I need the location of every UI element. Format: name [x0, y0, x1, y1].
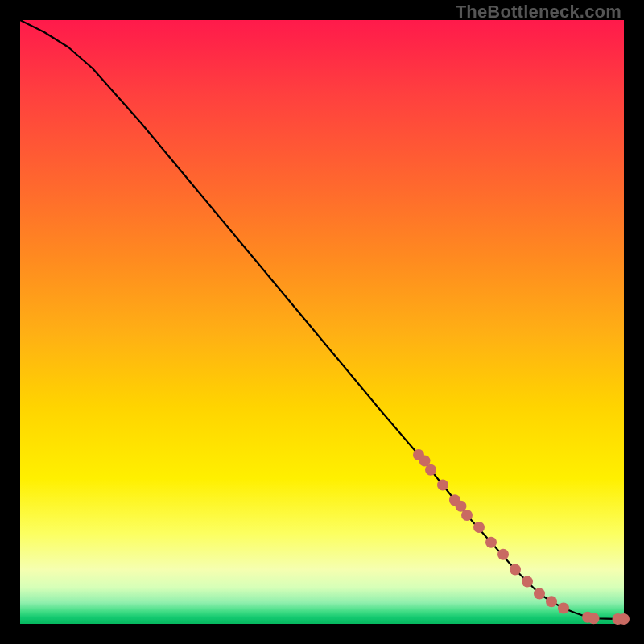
highlighted-point [497, 549, 509, 560]
highlighted-point [473, 522, 485, 533]
highlighted-points-group [413, 449, 630, 625]
highlighted-point [546, 596, 557, 607]
highlighted-point [522, 576, 533, 588]
highlighted-point [437, 480, 448, 491]
chart-svg [20, 20, 624, 624]
highlighted-point [588, 613, 600, 624]
highlighted-point [534, 588, 545, 600]
highlighted-point [425, 464, 436, 476]
highlighted-point [485, 537, 497, 548]
chart-frame [20, 20, 624, 624]
bottleneck-curve-line [20, 20, 624, 619]
highlighted-point [510, 564, 521, 576]
highlighted-point [558, 603, 569, 614]
highlighted-point [461, 510, 473, 521]
highlighted-point [618, 613, 630, 625]
